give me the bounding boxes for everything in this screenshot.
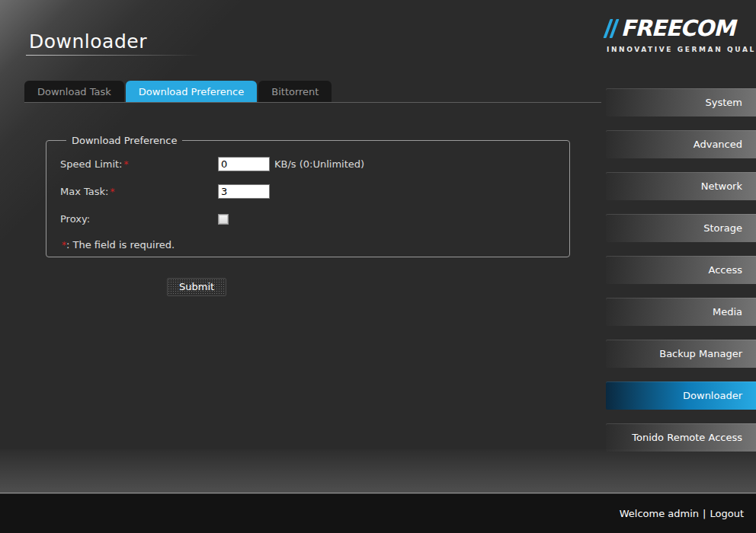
footer-bar: Welcome admin | Logout — [0, 494, 756, 533]
sidebar-nav: System Advanced Network Storage Access M… — [606, 88, 756, 465]
submit-button[interactable]: Submit — [167, 278, 226, 296]
speed-limit-suffix: KB/s (0:Unlimited) — [274, 158, 364, 170]
page-title: Downloader — [29, 30, 147, 53]
sidebar-item-storage[interactable]: Storage — [606, 214, 756, 242]
sidebar-item-downloader[interactable]: Downloader — [606, 381, 756, 410]
speed-limit-row: Speed Limit:* KB/s (0:Unlimited) — [60, 157, 569, 171]
tab-bar: Download Task Download Preference Bittor… — [24, 81, 333, 102]
max-task-input[interactable] — [218, 184, 270, 199]
tab-underline — [24, 102, 601, 103]
required-asterisk: * — [124, 159, 129, 170]
proxy-label: Proxy: — [60, 213, 218, 225]
fieldset-legend: Download Preference — [66, 135, 182, 146]
max-task-label: Max Task:* — [60, 186, 218, 197]
footer-separator: | — [703, 508, 706, 519]
proxy-row: Proxy: — [60, 212, 569, 226]
title-underline — [26, 55, 200, 56]
sidebar-item-advanced[interactable]: Advanced — [606, 130, 756, 158]
speed-limit-label: Speed Limit:* — [60, 158, 218, 170]
sidebar-item-system[interactable]: System — [606, 88, 756, 116]
logo-wordmark: FREECOM — [607, 17, 735, 40]
tab-download-task[interactable]: Download Task — [24, 81, 124, 102]
footer-gradient-band — [0, 449, 756, 493]
sidebar-item-backup-manager[interactable]: Backup Manager — [606, 340, 756, 368]
proxy-checkbox[interactable] — [218, 214, 229, 225]
freecom-logo: FREECOM INNOVATIVE GERMAN QUALITY — [607, 17, 735, 53]
sidebar-item-tonido-remote-access[interactable]: Tonido Remote Access — [606, 423, 756, 452]
logout-link[interactable]: Logout — [710, 508, 744, 519]
sidebar-item-media[interactable]: Media — [606, 298, 756, 326]
logo-brand-text: FREECOM — [620, 18, 735, 40]
logo-tagline: INNOVATIVE GERMAN QUALITY — [607, 46, 735, 53]
required-asterisk: * — [110, 187, 114, 197]
speed-limit-input[interactable] — [218, 157, 270, 171]
download-preference-fieldset: Download Preference Speed Limit:* KB/s (… — [46, 135, 570, 257]
required-note: *: The field is required. — [60, 239, 569, 251]
max-task-row: Max Task:* — [60, 184, 569, 199]
sidebar-item-network[interactable]: Network — [606, 172, 756, 200]
tab-download-preference[interactable]: Download Preference — [126, 81, 257, 102]
sidebar-item-access[interactable]: Access — [606, 256, 756, 284]
welcome-text: Welcome admin — [620, 508, 699, 519]
tab-bittorrent[interactable]: Bittorrent — [258, 81, 332, 102]
